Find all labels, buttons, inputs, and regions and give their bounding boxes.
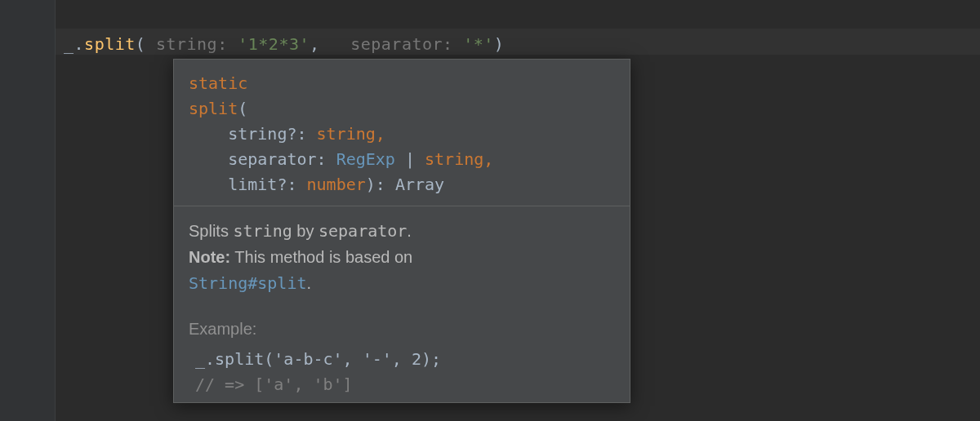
sig-p2-type-b: string [425, 149, 483, 169]
sig-p2-type-a: RegExp [336, 149, 395, 169]
code-close-paren: ) [494, 34, 505, 54]
doc-example-label: Example: [189, 316, 615, 342]
documentation-tooltip[interactable]: static split( string?: string, separator… [173, 59, 630, 403]
code-method: split [84, 34, 136, 54]
signature-block: static split( string?: string, separator… [174, 60, 630, 206]
doc-body: Splits string by separator. Note: This m… [174, 206, 630, 402]
doc-description: Splits string by separator. [189, 218, 615, 244]
code-object: _ [64, 34, 74, 54]
doc-link-line: String#split. [189, 270, 615, 296]
sig-comma1: , [376, 124, 385, 144]
doc-link[interactable]: String#split [189, 273, 307, 293]
doc-desc-arg1: string [233, 221, 292, 241]
doc-desc-pre: Splits [189, 222, 233, 240]
doc-example-result: // => ['a', 'b'] [195, 374, 353, 394]
doc-note: Note: This method is based on [189, 244, 615, 270]
sig-static: static [189, 73, 247, 93]
doc-desc-mid: by [292, 222, 318, 240]
doc-note-label: Note: [189, 248, 230, 266]
doc-desc-arg2: separator [318, 221, 407, 241]
doc-link-end: . [307, 274, 312, 292]
sig-pipe: | [395, 149, 425, 169]
sig-p2-name: separator [228, 149, 316, 169]
editor-gutter [0, 0, 56, 421]
doc-example-code: _.split('a-b-c', '-', 2); // => ['a', 'b… [189, 347, 615, 397]
sig-ret: Array [395, 175, 444, 194]
param-hint-string: string: [145, 34, 238, 54]
doc-note-text: This method is based on [230, 248, 412, 266]
sig-p1-type: string [317, 124, 376, 144]
editor-area[interactable]: _.split( string: '1*2*3', separator: '*'… [56, 0, 980, 421]
sig-comma2: , [483, 149, 493, 169]
sig-colon2: : [317, 149, 336, 169]
code-comma: , [310, 34, 320, 54]
sig-p3-name: limit? [228, 175, 287, 194]
sig-open: ( [238, 99, 247, 118]
sig-ret-prefix: : [376, 175, 395, 194]
sig-name: split [189, 99, 238, 118]
code-open-paren: ( [136, 34, 146, 54]
code-dot: . [74, 34, 85, 54]
code-line[interactable]: _.split( string: '1*2*3', separator: '*'… [64, 34, 504, 54]
code-arg1: '1*2*3' [238, 34, 310, 54]
code-arg2: '*' [463, 34, 494, 54]
doc-desc-end: . [407, 222, 412, 240]
sig-p3-type: number [307, 175, 366, 194]
param-hint-separator: separator: [320, 34, 464, 54]
sig-colon3: : [287, 175, 306, 194]
sig-colon1: : [296, 124, 316, 144]
doc-example-expr: _.split('a-b-c', '-', 2); [195, 349, 441, 369]
sig-close: ) [366, 175, 376, 194]
sig-p1-name: string? [228, 124, 296, 144]
